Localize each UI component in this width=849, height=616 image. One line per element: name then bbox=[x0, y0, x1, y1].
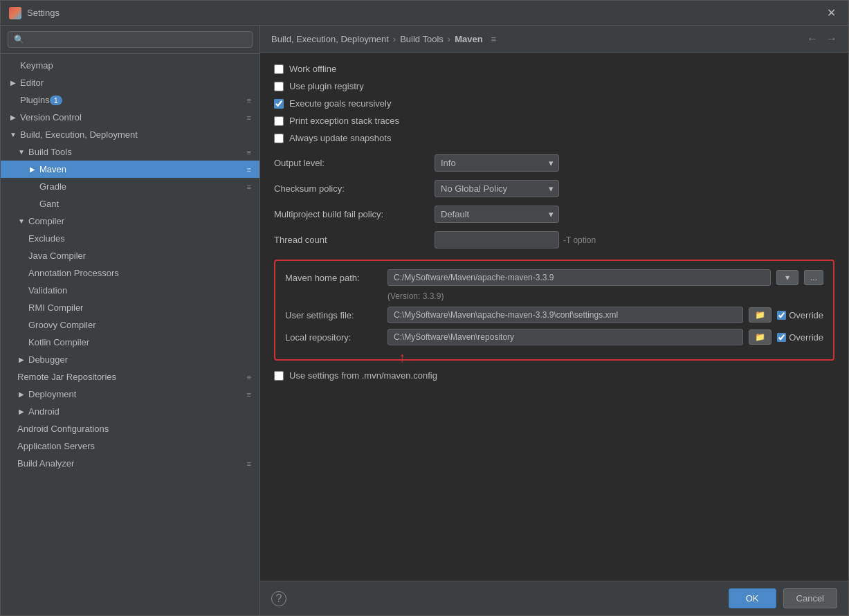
nav-back-button[interactable]: ← bbox=[807, 33, 818, 45]
sidebar-item-editor[interactable]: ▶ Editor bbox=[1, 74, 259, 91]
breadcrumb-menu-icon[interactable]: ≡ bbox=[491, 34, 497, 44]
nav-forward-button[interactable]: → bbox=[826, 33, 837, 45]
nav-arrow-icon: ▶ bbox=[17, 356, 26, 363]
execute-goals-checkbox[interactable] bbox=[274, 99, 284, 109]
sidebar-item-build-tools[interactable]: ▼ Build Tools ≡ bbox=[1, 143, 259, 161]
search-input[interactable] bbox=[8, 31, 253, 48]
multiproject-policy-select[interactable]: Default Fail at end Fail never bbox=[435, 206, 559, 223]
sidebar-item-label: RMI Compiler bbox=[28, 302, 83, 313]
sidebar-item-app-servers[interactable]: Application Servers bbox=[1, 437, 259, 455]
main-panel: Build, Execution, Deployment › Build Too… bbox=[260, 26, 848, 615]
local-repository-row: Local repository: 📁 Override bbox=[285, 329, 823, 345]
nav-arrow-icon: ▶ bbox=[17, 390, 26, 398]
execute-goals-label: Execute goals recursively bbox=[289, 98, 391, 109]
sidebar-item-label: Build Analyzer bbox=[17, 458, 74, 469]
sidebar-item-validation[interactable]: Validation bbox=[1, 282, 259, 299]
sidebar-item-label: Keymap bbox=[20, 60, 53, 71]
sidebar-item-label: Java Compiler bbox=[28, 251, 86, 261]
checksum-policy-control: No Global Policy Fail Warn Ignore bbox=[435, 180, 834, 197]
settings-content: Work offline Use plugin registry Execute… bbox=[260, 53, 848, 581]
sidebar-item-java-compiler[interactable]: Java Compiler bbox=[1, 247, 259, 264]
maven-home-dropdown-button[interactable]: ▾ bbox=[776, 270, 798, 285]
output-level-select[interactable]: Info Debug Error bbox=[435, 154, 559, 172]
sidebar-item-plugins[interactable]: Plugins 1 ≡ bbox=[1, 91, 259, 109]
sidebar-item-label: Build, Execution, Deployment bbox=[20, 129, 138, 140]
sidebar-item-remote-jar[interactable]: Remote Jar Repositories ≡ bbox=[1, 368, 259, 386]
action-buttons: OK Cancel bbox=[729, 588, 837, 608]
local-repository-override-wrapper: Override bbox=[777, 332, 823, 343]
checkbox-row-print-exception: Print exception stack traces bbox=[274, 116, 834, 126]
multiproject-policy-select-wrapper: Default Fail at end Fail never bbox=[435, 206, 559, 223]
local-repository-override-checkbox[interactable] bbox=[777, 333, 786, 342]
sidebar-item-build-analyzer[interactable]: Build Analyzer ≡ bbox=[1, 455, 259, 472]
sidebar-item-version-control[interactable]: ▶ Version Control ≡ bbox=[1, 109, 259, 126]
always-update-checkbox[interactable] bbox=[274, 134, 284, 143]
checksum-policy-select[interactable]: No Global Policy Fail Warn Ignore bbox=[435, 180, 559, 197]
print-exception-checkbox[interactable] bbox=[274, 116, 284, 126]
user-settings-file-input[interactable] bbox=[387, 307, 743, 323]
sidebar-item-keymap[interactable]: Keymap bbox=[1, 57, 259, 74]
sidebar-item-label: Excludes bbox=[28, 233, 65, 244]
breadcrumb-part-1: Build, Execution, Deployment bbox=[271, 34, 389, 44]
checkbox-row-always-update: Always update snapshots bbox=[274, 133, 834, 143]
sidebar-item-annotation-processors[interactable]: Annotation Processors bbox=[1, 264, 259, 282]
help-button[interactable]: ? bbox=[271, 591, 286, 606]
user-settings-override-checkbox[interactable] bbox=[777, 311, 786, 320]
search-box bbox=[1, 26, 259, 54]
settings-icon: ≡ bbox=[247, 148, 251, 156]
sidebar-item-gradle[interactable]: Gradle ≡ bbox=[1, 178, 259, 195]
use-settings-mvn-label: Use settings from .mvn/maven.config bbox=[289, 370, 437, 381]
sidebar-item-android-configs[interactable]: Android Configurations bbox=[1, 420, 259, 437]
sidebar-item-kotlin-compiler[interactable]: Kotlin Compiler bbox=[1, 334, 259, 351]
settings-icon: ≡ bbox=[247, 165, 251, 174]
ok-button[interactable]: OK bbox=[729, 588, 776, 608]
sidebar-item-debugger[interactable]: ▶ Debugger bbox=[1, 351, 259, 368]
sidebar-nav: Keymap ▶ Editor Plugins 1 ≡ ▶ Version Co… bbox=[1, 54, 259, 615]
window-title: Settings bbox=[27, 8, 823, 18]
nav-arrow-icon: ▼ bbox=[17, 217, 26, 225]
sidebar-item-compiler[interactable]: ▼ Compiler bbox=[1, 212, 259, 230]
sidebar-item-label: Application Servers bbox=[17, 441, 95, 451]
settings-icon: ≡ bbox=[247, 373, 251, 381]
thread-count-input[interactable] bbox=[435, 231, 559, 248]
sidebar-item-label: Version Control bbox=[20, 112, 82, 123]
sidebar-item-android[interactable]: ▶ Android bbox=[1, 403, 259, 420]
settings-icon: ≡ bbox=[247, 390, 251, 399]
sidebar-item-excludes[interactable]: Excludes bbox=[1, 230, 259, 247]
sidebar-item-label: Gant bbox=[39, 199, 59, 209]
sidebar-item-build-execution[interactable]: ▼ Build, Execution, Deployment bbox=[1, 126, 259, 143]
output-level-label: Output level: bbox=[274, 158, 426, 168]
local-repository-input[interactable] bbox=[387, 329, 743, 345]
local-repository-browse-button[interactable]: 📁 bbox=[749, 329, 772, 345]
sidebar-item-gant[interactable]: Gant bbox=[1, 195, 259, 212]
bottom-bar: ? OK Cancel bbox=[260, 581, 848, 615]
t-option-label: -T option bbox=[563, 235, 596, 245]
sidebar-item-label: Plugins bbox=[20, 95, 50, 105]
close-button[interactable]: ✕ bbox=[823, 5, 840, 21]
breadcrumb-part-2: Build Tools bbox=[400, 34, 444, 44]
always-update-label: Always update snapshots bbox=[289, 133, 391, 143]
work-offline-checkbox[interactable] bbox=[274, 64, 284, 74]
maven-home-path-input[interactable] bbox=[387, 269, 771, 286]
sidebar-item-groovy-compiler[interactable]: Groovy Compiler bbox=[1, 316, 259, 334]
local-repository-override-label: Override bbox=[789, 332, 823, 343]
sidebar-item-label: Annotation Processors bbox=[28, 268, 119, 278]
breadcrumb-sep-2: › bbox=[448, 34, 450, 44]
thread-count-label: Thread count bbox=[274, 235, 426, 245]
sidebar-item-label: Editor bbox=[20, 78, 44, 88]
breadcrumb-sep-1: › bbox=[393, 34, 396, 44]
breadcrumb-part-3: Maven bbox=[455, 34, 482, 44]
output-level-row: Output level: Info Debug Error bbox=[274, 154, 834, 172]
plugins-badge: 1 bbox=[50, 96, 62, 105]
user-settings-browse-button[interactable]: 📁 bbox=[749, 307, 772, 323]
nav-arrow-icon: ▶ bbox=[28, 165, 37, 173]
sidebar-item-maven[interactable]: ▶ Maven ≡ ◀ bbox=[1, 161, 259, 178]
app-icon bbox=[9, 7, 21, 19]
use-settings-mvn-checkbox[interactable] bbox=[274, 371, 284, 381]
maven-home-browse-button[interactable]: ... bbox=[804, 270, 823, 285]
cancel-button[interactable]: Cancel bbox=[783, 588, 837, 608]
plugin-registry-checkbox[interactable] bbox=[274, 82, 284, 91]
sidebar-item-rmi-compiler[interactable]: RMI Compiler bbox=[1, 299, 259, 316]
nav-arrow-icon: ▶ bbox=[9, 79, 17, 87]
sidebar-item-deployment[interactable]: ▶ Deployment ≡ bbox=[1, 386, 259, 403]
